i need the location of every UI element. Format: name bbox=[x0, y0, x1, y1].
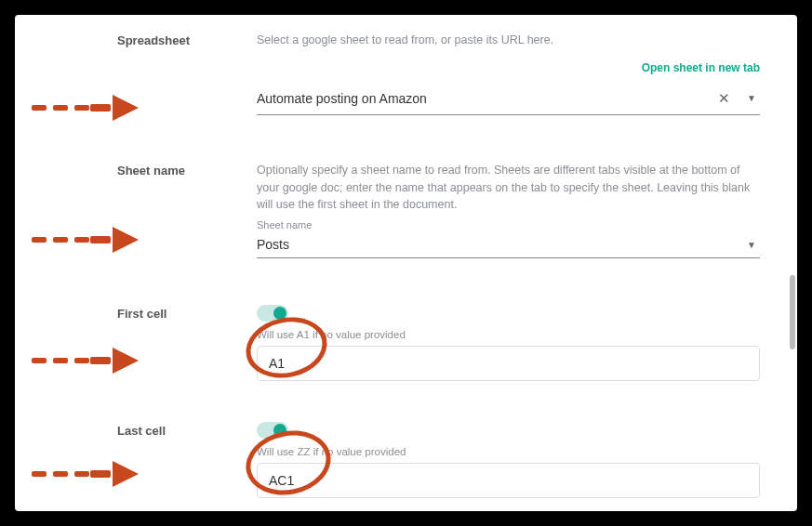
firstcell-section: First cell Will use A1 if no value provi… bbox=[117, 305, 760, 381]
clear-icon[interactable]: ✕ bbox=[711, 86, 738, 111]
lastcell-toggle[interactable] bbox=[257, 422, 288, 439]
spreadsheet-label: Spreadsheet bbox=[117, 32, 257, 115]
sheetname-helper: Optionally specify a sheet name to read … bbox=[257, 162, 760, 214]
sheetname-label: Sheet name bbox=[117, 162, 257, 258]
scrollbar[interactable] bbox=[790, 275, 795, 349]
spreadsheet-helper: Select a google sheet to read from, or p… bbox=[257, 32, 760, 49]
lastcell-helper: Will use ZZ if no value provided bbox=[257, 446, 760, 457]
spreadsheet-section: Spreadsheet Select a google sheet to rea… bbox=[117, 32, 760, 115]
lastcell-input[interactable] bbox=[257, 463, 760, 498]
firstcell-toggle[interactable] bbox=[257, 305, 288, 322]
open-sheet-link[interactable]: Open sheet in new tab bbox=[642, 61, 760, 74]
chevron-down-icon[interactable]: ▼ bbox=[738, 236, 760, 254]
lastcell-label: Last cell bbox=[117, 422, 257, 498]
sheetname-select[interactable]: Posts ▼ bbox=[257, 231, 760, 258]
firstcell-helper: Will use A1 if no value provided bbox=[257, 329, 760, 340]
chevron-down-icon[interactable]: ▼ bbox=[738, 89, 760, 107]
sheetname-section: Sheet name Optionally specify a sheet na… bbox=[117, 162, 760, 258]
form-content: Spreadsheet Select a google sheet to rea… bbox=[15, 15, 797, 511]
sheetname-mini-label: Sheet name bbox=[257, 219, 760, 230]
spreadsheet-input-wrap[interactable]: ✕ ▼ bbox=[257, 83, 760, 115]
lastcell-section: Last cell Will use ZZ if no value provid… bbox=[117, 422, 760, 498]
firstcell-label: First cell bbox=[117, 305, 257, 381]
firstcell-input[interactable] bbox=[257, 346, 760, 381]
sheetname-value: Posts bbox=[257, 233, 738, 256]
spreadsheet-input[interactable] bbox=[257, 87, 711, 110]
